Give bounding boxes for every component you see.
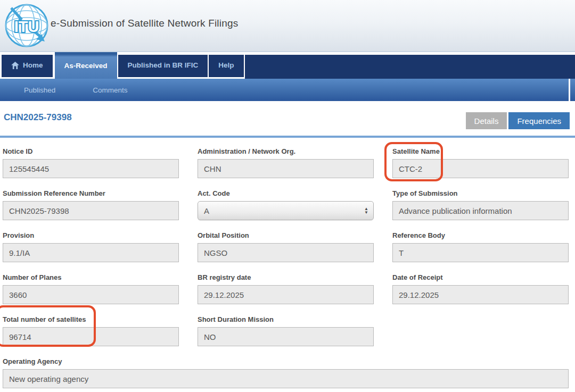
submission-reference-number-label: Submission Reference Number (3, 189, 179, 197)
content-area: CHN2025-79398 Details Frequencies Notice… (0, 101, 575, 388)
field-type-of-submission: Type of Submission Advance publication i… (392, 189, 569, 220)
orbital-position-input[interactable]: NGSO (198, 243, 374, 262)
field-provision: Provision 9.1/IA (3, 231, 179, 262)
select-arrows-icon: ▲▼ (364, 207, 368, 214)
administration-input[interactable]: CHN (198, 159, 374, 178)
number-of-planes-input[interactable]: 3660 (3, 285, 179, 304)
satellite-name-label: Satellite Name (392, 147, 569, 155)
submission-reference-number-input[interactable]: CHN2025-79398 (3, 201, 179, 220)
subnav-edge-divider (569, 79, 570, 101)
tab-as-received-label: As-Received (64, 62, 108, 70)
field-br-registry-date: BR registry date 29.12.2025 (198, 273, 374, 304)
tab-help[interactable]: Help (209, 55, 244, 79)
main-navigation: Home As-Received Published in BR IFIC He… (0, 52, 575, 79)
administration-label: Administration / Network Org. (198, 147, 374, 155)
total-number-of-satellites-input[interactable]: 96714 (3, 327, 179, 346)
act-code-selected-value: A (204, 206, 209, 215)
field-operating-agency: Operating Agency New operating agency (3, 357, 569, 388)
field-total-number-of-satellites: Total number of satellites 96714 (3, 315, 179, 346)
type-of-submission-label: Type of Submission (392, 189, 569, 197)
section-divider (0, 136, 575, 138)
reference-body-label: Reference Body (392, 231, 569, 239)
provision-label: Provision (3, 231, 179, 239)
subnav-item-published[interactable]: Published (24, 86, 55, 94)
app-title: e-Submission of Satellite Network Filing… (51, 18, 238, 29)
frequencies-button[interactable]: Frequencies (508, 112, 570, 129)
tab-published-in-br-ific-label: Published in BR IFIC (128, 61, 199, 69)
app-window: ITU ITU e-Submission of Satellite Networ… (0, 0, 575, 392)
number-of-planes-label: Number of Planes (3, 273, 179, 281)
operating-agency-label: Operating Agency (3, 357, 569, 365)
tab-home-label: Home (23, 61, 43, 69)
field-reference-body: Reference Body T (392, 231, 569, 262)
sub-navigation: Published Comments (0, 79, 575, 101)
notice-id-label: Notice ID (3, 147, 179, 155)
tab-as-received[interactable]: As-Received (54, 52, 118, 79)
page-title: CHN2025-79398 (4, 112, 72, 123)
br-registry-date-label: BR registry date (198, 273, 374, 281)
type-of-submission-input[interactable]: Advance publication information (392, 201, 569, 220)
notice-details-form: Notice ID 125545445 Administration / Net… (0, 147, 575, 388)
app-header: ITU ITU e-Submission of Satellite Networ… (0, 0, 575, 52)
home-icon (11, 62, 19, 69)
orbital-position-label: Orbital Position (198, 231, 374, 239)
field-act-code: Act. Code A ▲▼ (198, 189, 374, 220)
field-administration: Administration / Network Org. CHN (198, 147, 374, 178)
short-duration-mission-label: Short Duration Mission (198, 315, 374, 323)
field-notice-id: Notice ID 125545445 (3, 147, 179, 178)
tab-home[interactable]: Home (2, 55, 54, 79)
reference-body-input[interactable]: T (392, 243, 569, 262)
field-submission-reference-number: Submission Reference Number CHN2025-7939… (3, 189, 179, 220)
nav-filler (245, 55, 575, 79)
svg-text:ITU: ITU (14, 18, 39, 35)
field-satellite-name: Satellite Name CTC-2 (392, 147, 569, 178)
operating-agency-input[interactable]: New operating agency (3, 369, 569, 388)
tab-help-label: Help (218, 61, 234, 69)
total-number-of-satellites-label: Total number of satellites (3, 315, 179, 323)
tab-published-in-br-ific[interactable]: Published in BR IFIC (118, 55, 209, 79)
field-number-of-planes: Number of Planes 3660 (3, 273, 179, 304)
act-code-label: Act. Code (198, 189, 374, 197)
satellite-name-input[interactable]: CTC-2 (392, 159, 569, 178)
br-registry-date-input[interactable]: 29.12.2025 (198, 285, 374, 304)
act-code-select[interactable]: A ▲▼ (198, 201, 374, 220)
subnav-item-comments[interactable]: Comments (93, 86, 127, 94)
provision-input[interactable]: 9.1/IA (3, 243, 179, 262)
itu-logo[interactable]: ITU ITU (4, 3, 49, 48)
notice-id-input[interactable]: 125545445 (3, 159, 179, 178)
date-of-receipt-input[interactable]: 29.12.2025 (392, 285, 569, 304)
field-orbital-position: Orbital Position NGSO (198, 231, 374, 262)
field-date-of-receipt: Date of Receipt 29.12.2025 (392, 273, 569, 304)
details-button[interactable]: Details (466, 112, 507, 129)
date-of-receipt-label: Date of Receipt (392, 273, 569, 281)
short-duration-mission-input[interactable]: NO (198, 327, 374, 346)
field-short-duration-mission: Short Duration Mission NO (198, 315, 374, 346)
